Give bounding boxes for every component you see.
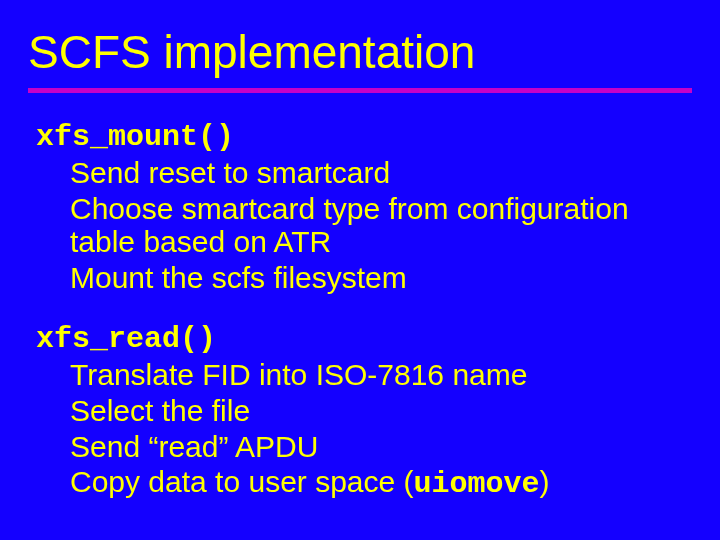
bullet-item: Mount the scfs filesystem (70, 261, 700, 295)
slide-body: xfs_mount() Send reset to smartcard Choo… (36, 120, 700, 504)
slide: SCFS implementation xfs_mount() Send res… (0, 0, 720, 540)
bullet-item: Select the file (70, 394, 700, 428)
bullet-item: Copy data to user space (uiomove) (70, 465, 700, 502)
bullet-item: Send reset to smartcard (70, 156, 700, 190)
inline-code: uiomove (414, 467, 540, 501)
slide-title: SCFS implementation (28, 28, 692, 93)
section-read: xfs_read() Translate FID into ISO-7816 n… (36, 322, 700, 501)
bullet-item: Translate FID into ISO-7816 name (70, 358, 700, 392)
section-heading-mount: xfs_mount() (36, 120, 700, 154)
bullet-item: Choose smartcard type from configuration… (70, 192, 700, 259)
section-heading-read: xfs_read() (36, 322, 700, 356)
bullet-item: Send “read” APDU (70, 430, 700, 464)
